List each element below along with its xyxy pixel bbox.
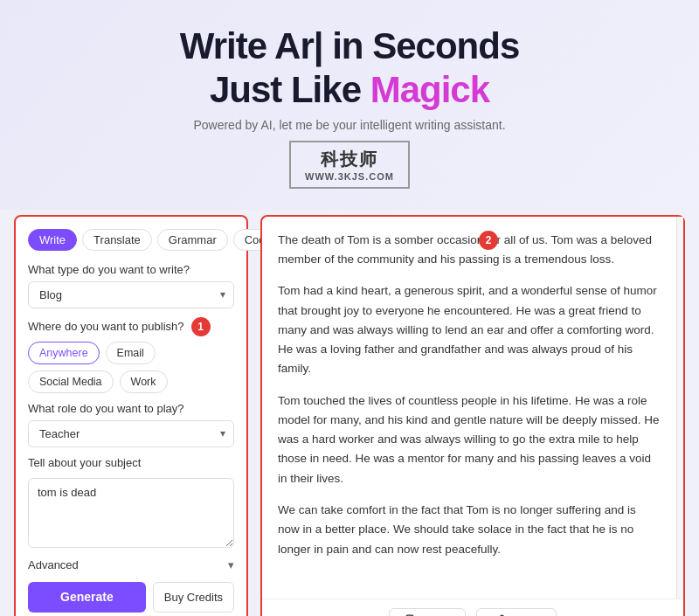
copy-button[interactable]: Copy [389, 608, 465, 616]
left-panel: Write Translate Grammar Coding What type… [14, 215, 248, 616]
role-select-wrapper: Teacher Student Professional ▾ [28, 420, 234, 447]
output-para-4: We can take comfort in the fact that Tom… [278, 501, 661, 559]
type-label: What type do you want to write? [28, 263, 234, 276]
watermark-url: WWW.3KJS.COM [305, 171, 394, 182]
hero-section: Write Ar| in Seconds Just Like Magick Po… [0, 0, 699, 210]
hero-magick: Magick [370, 69, 489, 110]
hero-title: Write Ar| in Seconds Just Like Magick [17, 24, 682, 113]
hero-subtitle: Powered by AI, let me be your intelligen… [17, 118, 682, 132]
share-button[interactable]: Share [476, 608, 557, 616]
publish-social[interactable]: Social Media [28, 370, 114, 393]
output-para-3: Tom touched the lives of countless peopl… [278, 391, 661, 488]
publish-email[interactable]: Email [106, 342, 156, 364]
main-content: Write Translate Grammar Coding What type… [0, 210, 699, 616]
watermark: 科技师 WWW.3KJS.COM [17, 141, 682, 189]
hero-title-line1: Write Ar| in Seconds [180, 25, 520, 66]
chevron-down-icon: ▾ [228, 558, 234, 571]
hero-title-line2-prefix: Just Like [210, 69, 370, 110]
tabs-row: Write Translate Grammar Coding [28, 229, 234, 251]
subject-textarea[interactable]: tom is dead [28, 478, 234, 548]
advanced-row[interactable]: Advanced ▾ [28, 551, 234, 575]
publish-label-row: Where do you want to publish? 1 [28, 317, 234, 336]
tab-write[interactable]: Write [28, 229, 77, 251]
bottom-actions: Generate Buy Credits [28, 582, 234, 613]
output-para-1: The death of Tom is a somber occasion fo… [278, 231, 661, 270]
publish-label: Where do you want to publish? [28, 320, 184, 333]
publish-buttons: Anywhere Email Social Media Work [28, 342, 234, 393]
output-text: The death of Tom is a somber occasion fo… [262, 217, 676, 599]
watermark-text: 科技师 [305, 148, 394, 171]
tab-grammar[interactable]: Grammar [157, 229, 228, 251]
generate-button[interactable]: Generate [28, 582, 146, 613]
output-para-2: Tom had a kind heart, a generous spirit,… [278, 281, 661, 378]
type-select[interactable]: Blog Article Essay [28, 281, 234, 308]
output-inner: The death of Tom is a somber occasion fo… [262, 217, 683, 599]
subject-label: Tell about your subject [28, 456, 234, 469]
buy-credits-button[interactable]: Buy Credits [153, 582, 234, 613]
role-label: What role do you want to play? [28, 402, 234, 415]
role-select[interactable]: Teacher Student Professional [28, 420, 234, 447]
scrollbar[interactable] [676, 217, 683, 599]
badge-1: 1 [191, 317, 211, 336]
type-select-wrapper: Blog Article Essay ▾ [28, 281, 234, 308]
output-actions: Copy Share [262, 599, 683, 616]
publish-anywhere[interactable]: Anywhere [28, 342, 100, 364]
advanced-label: Advanced [28, 558, 79, 571]
badge-2: 2 [479, 231, 498, 250]
watermark-box: 科技师 WWW.3KJS.COM [289, 141, 410, 189]
tab-translate[interactable]: Translate [82, 229, 152, 251]
right-panel: The death of Tom is a somber occasion fo… [260, 215, 685, 616]
publish-work[interactable]: Work [120, 370, 168, 393]
